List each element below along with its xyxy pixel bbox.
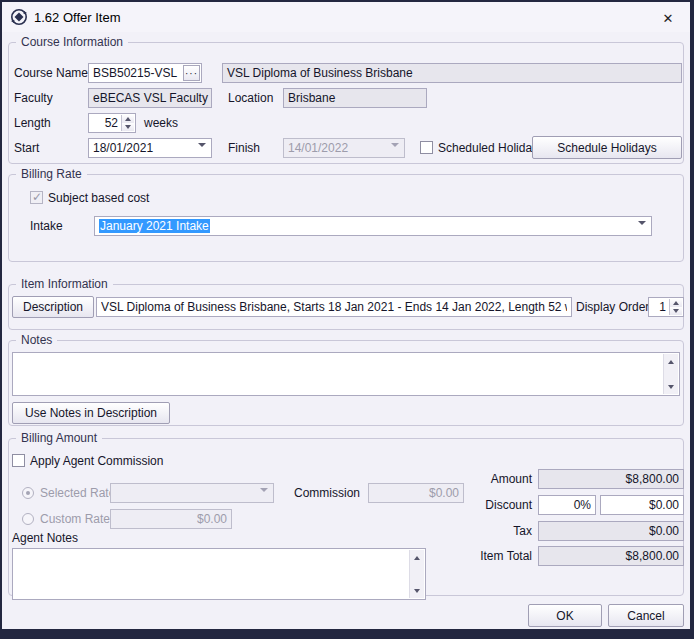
finish-label: Finish	[228, 138, 260, 158]
billing-amount-group-label: Billing Amount	[16, 431, 102, 445]
length-unit-label: weeks	[144, 113, 178, 133]
finish-date-picker: 14/01/2022	[283, 138, 405, 158]
custom-rate-value: $0.00	[197, 512, 227, 526]
description-input[interactable]: VSL Diploma of Business Brisbane, Starts…	[96, 297, 572, 317]
intake-dropdown-arrow-icon[interactable]	[638, 225, 646, 236]
description-button[interactable]: Description	[12, 296, 94, 318]
intake-combobox[interactable]: January 2021 Intake	[94, 216, 652, 236]
length-label: Length	[14, 113, 51, 133]
tax-value: $0.00	[649, 524, 679, 538]
finish-date-value: 14/01/2022	[288, 141, 400, 155]
spin-up-icon[interactable]	[122, 115, 134, 123]
title-bar: 1.62 Offer Item ✕	[2, 2, 690, 32]
notes-scrollbar[interactable]	[663, 354, 678, 394]
length-value: 52	[105, 116, 118, 130]
apply-agent-commission-checkbox[interactable]	[12, 454, 25, 467]
intake-value: January 2021 Intake	[99, 219, 210, 233]
agent-notes-scrollbar[interactable]	[409, 550, 424, 598]
location-value: Brisbane	[288, 91, 335, 105]
selected-rate-radio	[22, 487, 34, 499]
amount-field: $8,800.00	[538, 469, 684, 489]
apply-agent-commission-label: Apply Agent Commission	[30, 451, 163, 471]
subject-based-cost-checkbox	[30, 191, 43, 204]
location-label: Location	[228, 88, 273, 108]
discount-percent-value: 0%	[574, 498, 591, 512]
amount-value: $8,800.00	[626, 472, 679, 486]
custom-rate-label: Custom Rate	[40, 509, 110, 529]
tax-field: $0.00	[538, 521, 684, 541]
offer-item-dialog: 1.62 Offer Item ✕ Course Information Cou…	[2, 2, 690, 629]
display-order-label: Display Order	[576, 297, 649, 317]
length-spinner[interactable]: 52	[88, 113, 136, 133]
course-name-value: BSB50215-VSL	[93, 66, 197, 80]
course-name-input[interactable]: BSB50215-VSL ···	[88, 63, 202, 83]
faculty-value: eBECAS VSL Faculty	[93, 91, 208, 105]
intake-label: Intake	[30, 216, 63, 236]
selected-rate-combobox	[110, 483, 274, 503]
use-notes-in-description-button[interactable]: Use Notes in Description	[12, 402, 170, 424]
item-total-field: $8,800.00	[538, 546, 684, 566]
item-total-value: $8,800.00	[626, 549, 679, 563]
discount-amount-input[interactable]: $0.00	[600, 495, 684, 515]
spin-up-icon[interactable]	[670, 299, 682, 307]
faculty-field: eBECAS VSL Faculty	[88, 88, 212, 108]
agent-notes-textarea[interactable]	[12, 548, 426, 600]
spin-down-icon[interactable]	[122, 123, 134, 131]
spin-down-icon[interactable]	[670, 307, 682, 315]
item-total-label: Item Total	[442, 546, 532, 566]
display-order-spin-buttons[interactable]	[669, 299, 682, 315]
item-information-group-label: Item Information	[16, 277, 113, 291]
discount-amount-value: $0.00	[649, 498, 679, 512]
discount-percent-input[interactable]: 0%	[538, 495, 596, 515]
tax-label: Tax	[442, 521, 532, 541]
amount-label: Amount	[442, 469, 532, 489]
description-value: VSL Diploma of Business Brisbane, Starts…	[101, 300, 567, 314]
start-dropdown-arrow-icon[interactable]	[198, 147, 206, 158]
start-label: Start	[14, 138, 39, 158]
custom-rate-radio	[22, 513, 34, 525]
finish-dropdown-arrow-icon	[391, 147, 399, 158]
commission-label: Commission	[294, 483, 360, 503]
custom-rate-field: $0.00	[110, 509, 232, 529]
ok-button[interactable]: OK	[528, 604, 602, 627]
location-field: Brisbane	[283, 88, 427, 108]
window-frame: 1.62 Offer Item ✕ Course Information Cou…	[0, 0, 694, 639]
course-title-field: VSL Diploma of Business Brisbane	[222, 63, 682, 83]
scheduled-holidays-label: Scheduled Holidays	[438, 138, 544, 158]
faculty-label: Faculty	[14, 88, 53, 108]
window-title: 1.62 Offer Item	[34, 10, 120, 25]
selected-rate-dropdown-arrow-icon	[260, 492, 268, 503]
display-order-value: 1	[659, 300, 666, 314]
subject-based-cost-label: Subject based cost	[48, 188, 149, 208]
discount-label: Discount	[442, 495, 532, 515]
notes-textarea[interactable]	[12, 352, 680, 396]
course-name-label: Course Name	[14, 63, 88, 83]
course-title-value: VSL Diploma of Business Brisbane	[227, 66, 413, 80]
cancel-button[interactable]: Cancel	[608, 604, 684, 627]
notes-group-label: Notes	[16, 333, 57, 347]
scroll-down-icon[interactable]	[664, 380, 678, 393]
app-logo-icon	[10, 8, 28, 26]
selected-rate-label: Selected Rate	[40, 483, 115, 503]
scroll-down-icon[interactable]	[410, 584, 424, 597]
length-spin-buttons[interactable]	[121, 115, 134, 131]
course-information-group-label: Course Information	[16, 35, 128, 49]
agent-notes-label: Agent Notes	[12, 528, 78, 548]
scroll-up-icon[interactable]	[664, 355, 678, 368]
start-date-value: 18/01/2021	[93, 141, 207, 155]
close-button[interactable]: ✕	[658, 8, 678, 28]
start-date-picker[interactable]: 18/01/2021	[88, 138, 212, 158]
scheduled-holidays-checkbox[interactable]	[420, 141, 433, 154]
course-name-browse-button[interactable]: ···	[183, 65, 200, 81]
scroll-up-icon[interactable]	[410, 551, 424, 564]
billing-rate-group-label: Billing Rate	[16, 167, 87, 181]
schedule-holidays-button[interactable]: Schedule Holidays	[532, 136, 682, 159]
display-order-spinner[interactable]: 1	[648, 297, 684, 317]
